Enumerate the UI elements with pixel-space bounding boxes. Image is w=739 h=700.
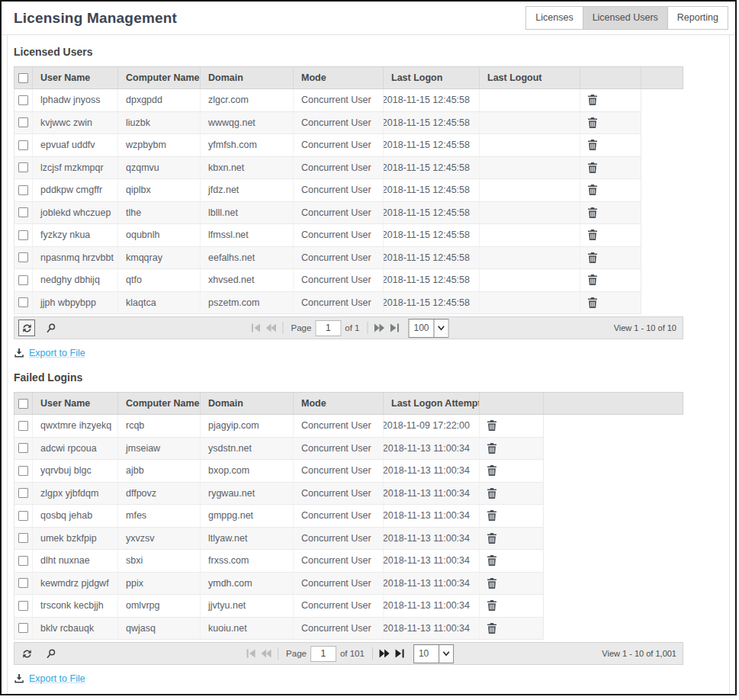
cell: Concurrent User <box>294 202 384 224</box>
cell: xhvsed.net <box>201 269 294 291</box>
cell: Concurrent User <box>294 269 384 291</box>
tab-licensed-users[interactable]: Licensed Users <box>583 6 668 30</box>
delete-button[interactable] <box>587 162 598 174</box>
cell: fyzkzy nkua <box>33 224 118 246</box>
cell: yxvzsv <box>118 528 201 550</box>
refresh-button[interactable] <box>18 645 35 662</box>
refresh-button[interactable] <box>18 319 35 336</box>
tab-licenses[interactable]: Licenses <box>525 6 583 30</box>
select-all-checkbox[interactable] <box>18 73 28 83</box>
row-checkbox[interactable] <box>18 466 28 476</box>
select-all-checkbox[interactable] <box>18 399 28 409</box>
row-checkbox[interactable] <box>18 623 28 633</box>
row-checkbox[interactable] <box>18 140 28 150</box>
cell: 2018-11-15 12:45:58 <box>384 112 480 134</box>
row-checkbox[interactable] <box>18 185 28 195</box>
row-checkbox[interactable] <box>18 443 28 453</box>
delete-button[interactable] <box>487 464 497 477</box>
row-checkbox[interactable] <box>18 556 28 566</box>
row-checkbox-cell <box>14 595 33 617</box>
last-page-icon[interactable] <box>392 646 407 661</box>
delete-button[interactable] <box>487 487 497 499</box>
row-checkbox[interactable] <box>18 578 28 588</box>
page-size-select[interactable]: 100 <box>409 319 449 338</box>
page-number-input[interactable] <box>310 646 336 662</box>
first-page-icon[interactable] <box>248 320 263 336</box>
delete-button[interactable] <box>487 419 497 432</box>
row-checkbox[interactable] <box>18 252 28 262</box>
row-checkbox[interactable] <box>18 207 28 217</box>
delete-button[interactable] <box>587 207 598 219</box>
cell: Concurrent User <box>294 528 384 550</box>
row-checkbox[interactable] <box>18 162 28 172</box>
column-header[interactable]: Computer Name <box>118 393 201 414</box>
cell: kbxn.net <box>201 157 294 179</box>
delete-button[interactable] <box>487 509 497 522</box>
cell: 2018-11-13 11:00:34 <box>384 483 480 505</box>
cell: lzcjsf mzkmpqr <box>33 157 118 179</box>
cell: dlht nuxnae <box>33 550 118 572</box>
row-checkbox[interactable] <box>18 533 28 543</box>
column-header[interactable]: Last Logon <box>384 67 480 88</box>
cell: liuzbk <box>118 112 201 134</box>
row-checkbox[interactable] <box>18 275 28 285</box>
delete-button[interactable] <box>487 442 497 454</box>
delete-button[interactable] <box>587 297 598 309</box>
trash-icon <box>587 184 598 196</box>
page-size-select[interactable]: 10 <box>413 644 454 663</box>
delete-button[interactable] <box>587 252 598 264</box>
cell: ltlyaw.net <box>201 528 294 550</box>
delete-button[interactable] <box>487 622 497 634</box>
next-page-icon[interactable] <box>377 646 392 661</box>
column-header[interactable]: Domain <box>201 393 294 414</box>
column-header[interactable]: Domain <box>201 67 294 88</box>
cell: adcwi rpcoua <box>33 438 118 460</box>
delete-button[interactable] <box>587 184 598 196</box>
delete-button[interactable] <box>587 229 598 241</box>
page-number-input[interactable] <box>315 320 341 336</box>
cell: npasnmq hrzvbbt <box>33 247 118 269</box>
delete-button[interactable] <box>587 94 598 106</box>
row-checkbox-cell <box>14 247 33 269</box>
column-header[interactable]: User Name <box>33 67 118 88</box>
delete-button[interactable] <box>487 554 497 567</box>
delete-button[interactable] <box>487 577 497 589</box>
delete-button[interactable] <box>587 274 598 286</box>
last-page-icon[interactable] <box>387 320 403 336</box>
row-checkbox[interactable] <box>18 95 28 105</box>
search-button[interactable] <box>42 319 59 336</box>
tab-reporting[interactable]: Reporting <box>667 6 728 30</box>
search-button[interactable] <box>42 645 59 662</box>
column-header[interactable]: Last Logout <box>480 67 580 88</box>
prev-page-icon[interactable] <box>263 320 278 336</box>
row-checkbox[interactable] <box>18 230 28 240</box>
table-row: npasnmq hrzvbbtkmqqrayeefalhs.netConcurr… <box>14 247 641 270</box>
cell: Concurrent User <box>294 573 384 595</box>
column-header[interactable]: Last Logon Attempt <box>384 393 480 414</box>
export-to-file-link[interactable]: Export to File <box>29 673 85 684</box>
row-checkbox[interactable] <box>18 297 28 307</box>
delete-button[interactable] <box>487 599 497 612</box>
row-checkbox[interactable] <box>18 601 28 611</box>
delete-cell <box>580 247 641 269</box>
cell: yqrvbuj blgc <box>33 460 118 482</box>
column-header[interactable]: User Name <box>33 393 118 414</box>
export-to-file-link[interactable]: Export to File <box>29 348 85 358</box>
delete-button[interactable] <box>487 532 497 544</box>
page-size-value: 100 <box>410 319 434 337</box>
delete-cell <box>480 415 544 437</box>
column-header[interactable]: Mode <box>294 393 384 414</box>
next-page-icon[interactable] <box>372 320 387 336</box>
row-checkbox[interactable] <box>18 117 28 127</box>
first-page-icon[interactable] <box>243 646 259 661</box>
column-header[interactable]: Mode <box>294 67 384 88</box>
row-checkbox[interactable] <box>18 511 28 521</box>
trash-icon <box>587 94 598 106</box>
row-checkbox[interactable] <box>18 421 28 431</box>
row-checkbox[interactable] <box>18 488 28 498</box>
refresh-icon <box>21 323 33 334</box>
delete-button[interactable] <box>587 139 598 151</box>
column-header[interactable]: Computer Name <box>118 67 201 88</box>
prev-page-icon[interactable] <box>259 646 274 661</box>
delete-button[interactable] <box>587 117 598 129</box>
